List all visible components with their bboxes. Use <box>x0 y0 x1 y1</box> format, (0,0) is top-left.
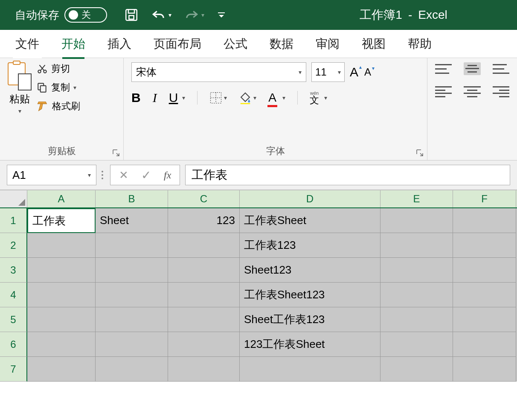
name-box[interactable]: A1 ▾ <box>7 165 96 185</box>
cell-E7[interactable] <box>380 357 453 382</box>
formula-input[interactable]: 工作表 <box>185 165 510 185</box>
align-left-button[interactable] <box>435 85 452 98</box>
cell-A2[interactable] <box>27 233 96 258</box>
cell-F7[interactable] <box>453 357 516 382</box>
cell-B6[interactable] <box>96 332 168 357</box>
undo-button[interactable]: ▾ <box>151 9 171 21</box>
fill-color-button[interactable]: ▾ <box>239 91 256 104</box>
column-header-D[interactable]: D <box>240 190 380 207</box>
cell-C4[interactable] <box>168 283 240 307</box>
cell-E4[interactable] <box>380 283 453 307</box>
align-bottom-button[interactable] <box>493 62 509 75</box>
insert-function-button[interactable]: fx <box>164 169 171 181</box>
cell-D7[interactable] <box>240 357 380 382</box>
cell-A4[interactable] <box>27 283 96 307</box>
cell-F2[interactable] <box>453 233 516 258</box>
cell-B5[interactable] <box>96 307 168 332</box>
cell-C2[interactable] <box>168 233 240 258</box>
cell-E6[interactable] <box>380 332 453 357</box>
row-header-4[interactable]: 4 <box>0 283 27 307</box>
cell-F3[interactable] <box>453 258 516 283</box>
increase-font-button[interactable]: A▴ <box>350 65 358 79</box>
cell-B1[interactable]: Sheet <box>96 208 168 233</box>
bold-button[interactable]: B <box>131 90 141 105</box>
row-header-6[interactable]: 6 <box>0 332 27 357</box>
cell-C5[interactable] <box>168 307 240 332</box>
cell-B7[interactable] <box>96 357 168 382</box>
autosave-toggle[interactable]: 自动保存 关 <box>15 7 107 23</box>
phonetic-guide-button[interactable]: wén 文 ▾ <box>310 91 327 105</box>
cell-A5[interactable] <box>27 307 96 332</box>
tab-insert[interactable]: 插入 <box>105 30 134 58</box>
align-center-button[interactable] <box>464 85 480 98</box>
tab-review[interactable]: 审阅 <box>313 30 342 58</box>
paste-button[interactable]: 粘贴 ▾ <box>8 62 32 142</box>
align-middle-button[interactable] <box>464 62 480 75</box>
dialog-launcher-icon[interactable] <box>112 149 120 157</box>
cell-A7[interactable] <box>27 357 96 382</box>
save-button[interactable] <box>124 8 139 22</box>
column-header-A[interactable]: A <box>27 190 96 207</box>
cell-E5[interactable] <box>380 307 453 332</box>
redo-button[interactable]: ▾ <box>184 9 204 21</box>
column-header-B[interactable]: B <box>96 190 168 207</box>
cell-C3[interactable] <box>168 258 240 283</box>
tab-file[interactable]: 文件 <box>13 30 42 58</box>
row-header-5[interactable]: 5 <box>0 307 27 332</box>
italic-button[interactable]: I <box>153 90 157 105</box>
cell-A6[interactable] <box>27 332 96 357</box>
cell-B4[interactable] <box>96 283 168 307</box>
select-all-button[interactable] <box>0 190 27 207</box>
cell-C6[interactable] <box>168 332 240 357</box>
cell-E1[interactable] <box>380 208 453 233</box>
enter-formula-button[interactable]: ✓ <box>141 168 151 182</box>
font-size-select[interactable]: 11 ▾ <box>311 62 345 82</box>
cell-D2[interactable]: 工作表123 <box>240 233 380 258</box>
cell-D3[interactable]: Sheet123 <box>240 258 380 283</box>
cell-A3[interactable] <box>27 258 96 283</box>
cell-F4[interactable] <box>453 283 516 307</box>
column-header-F[interactable]: F <box>453 190 516 207</box>
column-header-C[interactable]: C <box>168 190 240 207</box>
format-painter-button[interactable]: 格式刷 <box>37 100 80 113</box>
cell-F6[interactable] <box>453 332 516 357</box>
align-top-button[interactable] <box>435 62 452 75</box>
align-right-button[interactable] <box>493 85 509 98</box>
tab-view[interactable]: 视图 <box>359 30 388 58</box>
underline-button[interactable]: U▾ <box>169 90 186 105</box>
cell-F5[interactable] <box>453 307 516 332</box>
row-header-7[interactable]: 7 <box>0 357 27 382</box>
tab-formulas[interactable]: 公式 <box>221 30 250 58</box>
dialog-launcher-icon[interactable] <box>416 149 424 157</box>
cell-A1[interactable]: 工作表 <box>27 208 96 233</box>
cell-D1[interactable]: 工作表Sheet <box>240 208 380 233</box>
font-color-button[interactable]: A ▾ <box>268 91 285 105</box>
cancel-formula-button[interactable]: ✕ <box>119 169 128 182</box>
decrease-font-button[interactable]: A▾ <box>364 66 371 78</box>
tab-home[interactable]: 开始 <box>59 30 88 58</box>
cell-E2[interactable] <box>380 233 453 258</box>
tab-help[interactable]: 帮助 <box>405 30 434 58</box>
cell-C1[interactable]: 123 <box>168 208 240 233</box>
cell-D5[interactable]: Sheet工作表123 <box>240 307 380 332</box>
cell-E3[interactable] <box>380 258 453 283</box>
cell-B3[interactable] <box>96 258 168 283</box>
tab-page-layout[interactable]: 页面布局 <box>151 30 204 58</box>
cell-F1[interactable] <box>453 208 516 233</box>
toggle-switch[interactable]: 关 <box>64 7 107 23</box>
cell-C7[interactable] <box>168 357 240 382</box>
cell-D6[interactable]: 123工作表Sheet <box>240 332 380 357</box>
column-header-E[interactable]: E <box>380 190 453 207</box>
row-header-2[interactable]: 2 <box>0 233 27 258</box>
font-name-select[interactable]: 宋体 ▾ <box>131 62 306 82</box>
cut-button[interactable]: 剪切 <box>37 62 80 75</box>
tab-data[interactable]: 数据 <box>267 30 296 58</box>
cell-D4[interactable]: 工作表Sheet123 <box>240 283 380 307</box>
row-header-3[interactable]: 3 <box>0 258 27 283</box>
borders-button[interactable]: ▾ <box>209 91 227 104</box>
customize-qat-button[interactable] <box>217 11 226 19</box>
cell-B2[interactable] <box>96 233 168 258</box>
brush-icon <box>37 101 49 112</box>
copy-button[interactable]: 复制 ▾ <box>37 81 80 94</box>
row-header-1[interactable]: 1 <box>0 208 27 233</box>
